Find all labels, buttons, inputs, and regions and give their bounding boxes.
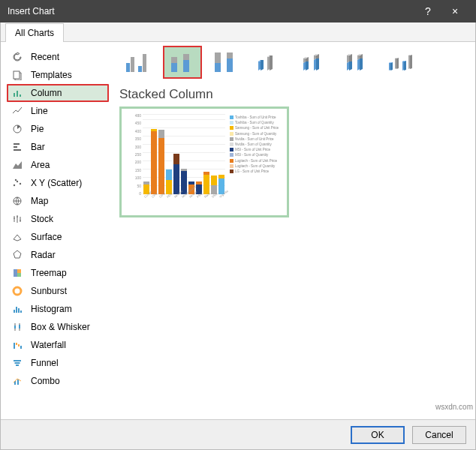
sidebar-item-stock[interactable]: Stock <box>1 210 112 228</box>
sidebar-item-box-whisker[interactable]: Box & Whisker <box>1 318 112 336</box>
subtype-stacked-column[interactable] <box>163 46 202 79</box>
sidebar-item-bar[interactable]: Bar <box>1 138 112 156</box>
sidebar-item-label: Area <box>31 160 50 170</box>
sidebar-item-label: Map <box>31 196 48 206</box>
recent-icon <box>11 51 23 63</box>
chart-category-list: Recent Templates Column Line Pie Bar Are… <box>1 42 112 419</box>
sidebar-item-sunburst[interactable]: Sunburst <box>1 282 112 300</box>
tab-all-charts[interactable]: All Charts <box>5 23 64 42</box>
svg-rect-27 <box>14 360 21 362</box>
svg-rect-5 <box>14 143 20 145</box>
scatter-icon <box>11 177 23 189</box>
subtype-100-stacked-column[interactable] <box>206 46 246 79</box>
sidebar-item-map[interactable]: Map <box>1 192 112 210</box>
subtype-3d-100-stacked-column[interactable] <box>337 46 376 79</box>
svg-rect-34 <box>138 66 142 72</box>
svg-rect-7 <box>14 149 21 151</box>
chart-plot-area: 480450400350300250200150100500 CoolerCPU… <box>131 113 227 208</box>
sidebar-item-label: X Y (Scatter) <box>31 178 82 188</box>
svg-rect-2 <box>17 91 18 97</box>
svg-rect-40 <box>215 63 221 72</box>
sidebar-item-label: Radar <box>31 250 56 260</box>
sidebar-item-label: Treemap <box>31 268 67 278</box>
sidebar-item-treemap[interactable]: Treemap <box>1 264 112 282</box>
help-button[interactable]: ? <box>414 5 441 17</box>
x-axis: CoolerCPUGPUHDDMonitorMotherboardMousePS… <box>143 196 225 200</box>
close-button[interactable]: × <box>441 5 468 17</box>
sidebar-item-label: Histogram <box>31 304 72 314</box>
sidebar-item-label: Box & Whisker <box>31 322 90 332</box>
chart-subtype-panel: Stacked Column 4804504003503002502001501… <box>112 42 475 419</box>
sidebar-item-surface[interactable]: Surface <box>1 228 112 246</box>
svg-rect-23 <box>14 343 15 349</box>
titlebar: Insert Chart ? × <box>0 0 476 22</box>
sidebar-item-label: Waterfall <box>31 340 66 350</box>
sidebar-item-area[interactable]: Area <box>1 156 112 174</box>
svg-rect-43 <box>227 52 233 58</box>
watermark: wsxdn.com <box>435 403 473 411</box>
svg-rect-35 <box>143 54 146 72</box>
combo-icon <box>11 375 23 387</box>
svg-rect-31 <box>17 380 19 385</box>
sidebar-item-pie[interactable]: Pie <box>1 120 112 138</box>
svg-rect-15 <box>17 273 21 277</box>
svg-point-9 <box>17 181 18 182</box>
dialog-body: All Charts Recent Templates Column Line … <box>0 22 476 450</box>
svg-rect-33 <box>131 57 134 72</box>
line-icon <box>11 105 23 117</box>
ok-button[interactable]: OK <box>351 426 405 444</box>
sidebar-item-label: Line <box>31 106 48 116</box>
subtype-3d-column[interactable] <box>381 46 420 79</box>
svg-rect-39 <box>183 54 189 60</box>
svg-rect-41 <box>215 52 221 63</box>
svg-rect-29 <box>16 364 19 366</box>
histogram-icon <box>11 303 23 315</box>
subtype-3d-stacked-column[interactable] <box>294 46 333 79</box>
svg-rect-17 <box>14 310 15 313</box>
chart-subtype-title: Stacked Column <box>119 87 468 102</box>
area-icon <box>11 159 23 171</box>
sidebar-item-column[interactable]: Column <box>7 84 109 102</box>
svg-rect-32 <box>126 63 130 72</box>
svg-rect-26 <box>20 346 22 349</box>
svg-rect-36 <box>171 63 177 72</box>
subtype-clustered-column[interactable] <box>119 46 158 79</box>
map-icon <box>11 195 23 207</box>
svg-rect-24 <box>16 343 17 345</box>
sidebar-item-line[interactable]: Line <box>1 102 112 120</box>
sidebar-item-scatter[interactable]: X Y (Scatter) <box>1 174 112 192</box>
radar-icon <box>11 249 23 261</box>
stock-icon <box>11 213 23 225</box>
svg-rect-37 <box>171 57 177 63</box>
treemap-icon <box>11 267 23 279</box>
svg-rect-25 <box>18 344 20 346</box>
box-whisker-icon <box>11 321 23 333</box>
svg-rect-18 <box>16 307 17 313</box>
subtype-row <box>119 44 468 81</box>
sidebar-item-combo[interactable]: Combo <box>1 372 112 390</box>
chart-preview[interactable]: 480450400350300250200150100500 CoolerCPU… <box>119 106 289 218</box>
sidebar-item-label: Stock <box>31 214 53 224</box>
svg-rect-13 <box>14 269 17 277</box>
svg-rect-28 <box>15 362 20 364</box>
tab-bar: All Charts <box>1 22 475 42</box>
sidebar-item-funnel[interactable]: Funnel <box>1 354 112 372</box>
sidebar-item-histogram[interactable]: Histogram <box>1 300 112 318</box>
svg-point-10 <box>20 183 21 184</box>
cancel-button[interactable]: Cancel <box>412 426 466 444</box>
dialog-title: Insert Chart <box>8 6 414 16</box>
sidebar-item-recent[interactable]: Recent <box>1 48 112 66</box>
templates-icon <box>11 69 23 81</box>
sidebar-item-label: Pie <box>31 124 44 134</box>
pie-icon <box>11 123 23 135</box>
dialog-footer: OK Cancel <box>1 419 475 449</box>
sidebar-item-radar[interactable]: Radar <box>1 246 112 264</box>
sidebar-item-waterfall[interactable]: Waterfall <box>1 336 112 354</box>
svg-rect-14 <box>17 269 21 273</box>
sidebar-item-label: Sunburst <box>31 286 67 296</box>
subtype-3d-clustered-column[interactable] <box>250 46 289 79</box>
svg-rect-0 <box>14 71 20 79</box>
column-icon <box>11 87 23 99</box>
bar-icon <box>11 141 23 153</box>
sidebar-item-templates[interactable]: Templates <box>1 66 112 84</box>
